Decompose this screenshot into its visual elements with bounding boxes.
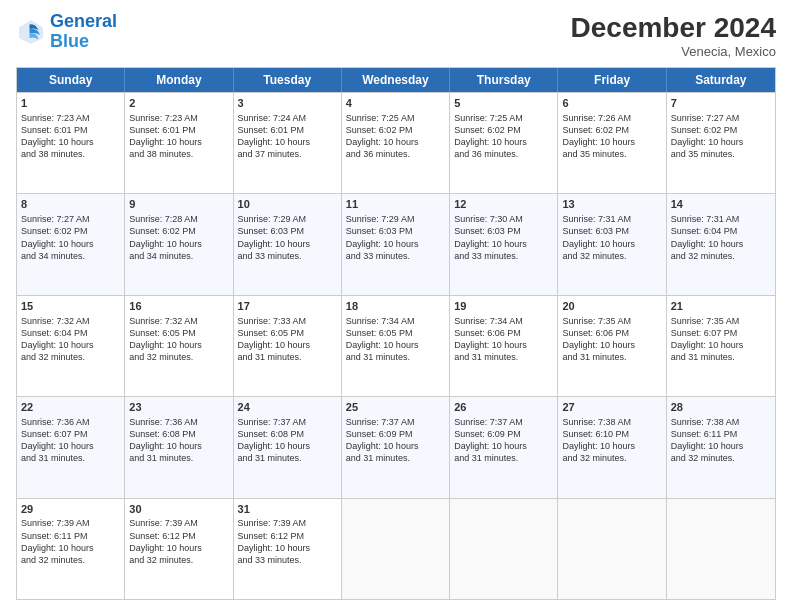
day-info: Daylight: 10 hours — [346, 440, 445, 452]
calendar-cell-3-1: 15Sunrise: 7:32 AMSunset: 6:04 PMDayligh… — [17, 296, 125, 396]
calendar-row-1: 1Sunrise: 7:23 AMSunset: 6:01 PMDaylight… — [17, 92, 775, 193]
day-info: Sunset: 6:05 PM — [238, 327, 337, 339]
day-info: Sunrise: 7:23 AM — [21, 112, 120, 124]
calendar-cell-2-3: 10Sunrise: 7:29 AMSunset: 6:03 PMDayligh… — [234, 194, 342, 294]
logo: General Blue — [16, 12, 117, 52]
day-info: Sunrise: 7:27 AM — [671, 112, 771, 124]
calendar-cell-3-6: 20Sunrise: 7:35 AMSunset: 6:06 PMDayligh… — [558, 296, 666, 396]
day-info: and 33 minutes. — [238, 250, 337, 262]
calendar-cell-1-2: 2Sunrise: 7:23 AMSunset: 6:01 PMDaylight… — [125, 93, 233, 193]
day-info: and 31 minutes. — [129, 452, 228, 464]
day-number: 25 — [346, 400, 445, 415]
day-info: Sunrise: 7:31 AM — [562, 213, 661, 225]
day-info: Sunrise: 7:32 AM — [21, 315, 120, 327]
day-info: Sunrise: 7:23 AM — [129, 112, 228, 124]
day-info: and 35 minutes. — [562, 148, 661, 160]
calendar-cell-3-5: 19Sunrise: 7:34 AMSunset: 6:06 PMDayligh… — [450, 296, 558, 396]
day-info: and 31 minutes. — [454, 351, 553, 363]
day-info: and 36 minutes. — [454, 148, 553, 160]
day-info: Sunset: 6:08 PM — [238, 428, 337, 440]
day-number: 21 — [671, 299, 771, 314]
day-info: Sunrise: 7:30 AM — [454, 213, 553, 225]
day-info: Sunrise: 7:29 AM — [346, 213, 445, 225]
day-info: Sunset: 6:02 PM — [562, 124, 661, 136]
calendar-cell-5-5 — [450, 499, 558, 599]
day-info: Sunrise: 7:31 AM — [671, 213, 771, 225]
day-info: and 32 minutes. — [671, 250, 771, 262]
day-info: Sunset: 6:04 PM — [21, 327, 120, 339]
day-info: Sunrise: 7:35 AM — [671, 315, 771, 327]
day-info: Daylight: 10 hours — [21, 339, 120, 351]
day-number: 16 — [129, 299, 228, 314]
calendar-cell-5-7 — [667, 499, 775, 599]
calendar-header: Sunday Monday Tuesday Wednesday Thursday… — [17, 68, 775, 92]
calendar-cell-2-6: 13Sunrise: 7:31 AMSunset: 6:03 PMDayligh… — [558, 194, 666, 294]
day-info: Sunrise: 7:33 AM — [238, 315, 337, 327]
day-number: 4 — [346, 96, 445, 111]
day-info: Daylight: 10 hours — [238, 339, 337, 351]
header-sunday: Sunday — [17, 68, 125, 92]
day-info: Daylight: 10 hours — [238, 542, 337, 554]
day-number: 7 — [671, 96, 771, 111]
day-info: Sunset: 6:02 PM — [671, 124, 771, 136]
calendar-cell-2-2: 9Sunrise: 7:28 AMSunset: 6:02 PMDaylight… — [125, 194, 233, 294]
day-number: 15 — [21, 299, 120, 314]
day-info: and 35 minutes. — [671, 148, 771, 160]
day-info: Sunset: 6:03 PM — [238, 225, 337, 237]
calendar-cell-4-4: 25Sunrise: 7:37 AMSunset: 6:09 PMDayligh… — [342, 397, 450, 497]
day-number: 29 — [21, 502, 120, 517]
calendar-cell-3-3: 17Sunrise: 7:33 AMSunset: 6:05 PMDayligh… — [234, 296, 342, 396]
day-info: Daylight: 10 hours — [21, 542, 120, 554]
calendar-cell-2-7: 14Sunrise: 7:31 AMSunset: 6:04 PMDayligh… — [667, 194, 775, 294]
day-info: Sunset: 6:02 PM — [129, 225, 228, 237]
day-info: Sunset: 6:03 PM — [346, 225, 445, 237]
day-info: Sunset: 6:11 PM — [671, 428, 771, 440]
day-info: Sunset: 6:12 PM — [238, 530, 337, 542]
day-info: Sunset: 6:11 PM — [21, 530, 120, 542]
day-info: Daylight: 10 hours — [346, 339, 445, 351]
day-info: Sunrise: 7:32 AM — [129, 315, 228, 327]
day-info: Daylight: 10 hours — [129, 136, 228, 148]
day-info: Sunset: 6:01 PM — [238, 124, 337, 136]
day-info: Daylight: 10 hours — [671, 136, 771, 148]
day-info: and 36 minutes. — [346, 148, 445, 160]
calendar-row-3: 15Sunrise: 7:32 AMSunset: 6:04 PMDayligh… — [17, 295, 775, 396]
day-info: and 33 minutes. — [238, 554, 337, 566]
day-info: Sunset: 6:09 PM — [454, 428, 553, 440]
calendar-cell-4-5: 26Sunrise: 7:37 AMSunset: 6:09 PMDayligh… — [450, 397, 558, 497]
day-info: Daylight: 10 hours — [671, 440, 771, 452]
day-info: Sunset: 6:05 PM — [129, 327, 228, 339]
day-info: and 31 minutes. — [454, 452, 553, 464]
day-info: Sunrise: 7:36 AM — [21, 416, 120, 428]
day-number: 18 — [346, 299, 445, 314]
day-info: and 32 minutes. — [562, 452, 661, 464]
day-info: Sunrise: 7:37 AM — [238, 416, 337, 428]
calendar-cell-5-6 — [558, 499, 666, 599]
day-info: Daylight: 10 hours — [562, 339, 661, 351]
day-info: and 32 minutes. — [671, 452, 771, 464]
day-info: and 33 minutes. — [346, 250, 445, 262]
day-info: Sunrise: 7:34 AM — [454, 315, 553, 327]
calendar-cell-5-1: 29Sunrise: 7:39 AMSunset: 6:11 PMDayligh… — [17, 499, 125, 599]
day-info: and 32 minutes. — [562, 250, 661, 262]
day-info: Sunrise: 7:38 AM — [671, 416, 771, 428]
day-info: and 31 minutes. — [21, 452, 120, 464]
header-wednesday: Wednesday — [342, 68, 450, 92]
calendar-cell-4-3: 24Sunrise: 7:37 AMSunset: 6:08 PMDayligh… — [234, 397, 342, 497]
day-number: 8 — [21, 197, 120, 212]
calendar-cell-4-6: 27Sunrise: 7:38 AMSunset: 6:10 PMDayligh… — [558, 397, 666, 497]
day-info: Sunrise: 7:24 AM — [238, 112, 337, 124]
day-info: Daylight: 10 hours — [454, 440, 553, 452]
day-info: Sunset: 6:07 PM — [21, 428, 120, 440]
day-number: 24 — [238, 400, 337, 415]
day-info: and 34 minutes. — [129, 250, 228, 262]
day-info: and 32 minutes. — [21, 554, 120, 566]
day-info: Sunrise: 7:25 AM — [346, 112, 445, 124]
calendar-cell-3-7: 21Sunrise: 7:35 AMSunset: 6:07 PMDayligh… — [667, 296, 775, 396]
day-info: Sunset: 6:05 PM — [346, 327, 445, 339]
day-number: 28 — [671, 400, 771, 415]
month-title: December 2024 — [571, 12, 776, 44]
calendar-body: 1Sunrise: 7:23 AMSunset: 6:01 PMDaylight… — [17, 92, 775, 599]
day-info: Sunrise: 7:28 AM — [129, 213, 228, 225]
day-info: and 33 minutes. — [454, 250, 553, 262]
